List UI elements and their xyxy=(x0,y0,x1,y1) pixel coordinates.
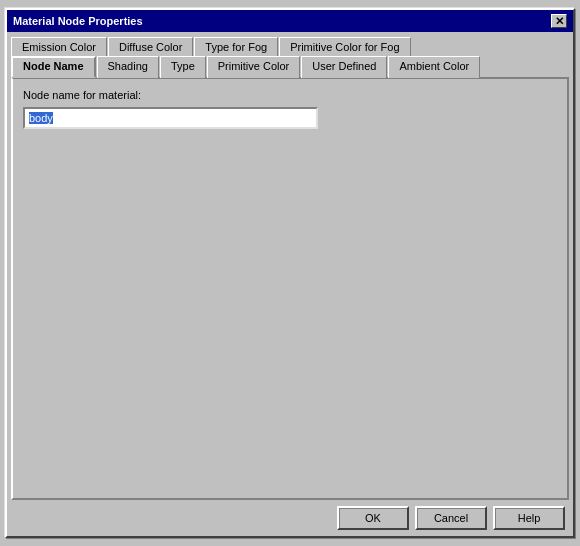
tab-primitive-color-for-fog[interactable]: Primitive Color for Fog xyxy=(279,37,410,56)
dialog-window: Material Node Properties ✕ Emission Colo… xyxy=(5,8,575,538)
ok-button[interactable]: OK xyxy=(337,506,409,530)
tab-emission-color[interactable]: Emission Color xyxy=(11,37,107,56)
node-name-input[interactable] xyxy=(23,107,318,129)
tab-ambient-color[interactable]: Ambient Color xyxy=(388,56,480,78)
help-button[interactable]: Help xyxy=(493,506,565,530)
cancel-button[interactable]: Cancel xyxy=(415,506,487,530)
tabs-row1: Emission Color Diffuse Color Type for Fo… xyxy=(7,32,573,55)
tabs-row2: Node Name Shading Type Primitive Color U… xyxy=(7,55,573,77)
button-row: OK Cancel Help xyxy=(7,500,573,536)
tab-primitive-color[interactable]: Primitive Color xyxy=(207,56,301,78)
tab-type[interactable]: Type xyxy=(160,56,206,78)
window-title: Material Node Properties xyxy=(13,15,143,27)
tab-type-for-fog[interactable]: Type for Fog xyxy=(194,37,278,56)
tab-node-name[interactable]: Node Name xyxy=(11,56,96,78)
panel-label: Node name for material: xyxy=(23,89,557,101)
tab-diffuse-color[interactable]: Diffuse Color xyxy=(108,37,193,56)
content-area xyxy=(23,129,557,488)
tab-panel: Node name for material: xyxy=(11,77,569,500)
tab-user-defined[interactable]: User Defined xyxy=(301,56,387,78)
close-button[interactable]: ✕ xyxy=(551,14,567,28)
tab-shading[interactable]: Shading xyxy=(97,56,159,78)
title-bar: Material Node Properties ✕ xyxy=(7,10,573,32)
